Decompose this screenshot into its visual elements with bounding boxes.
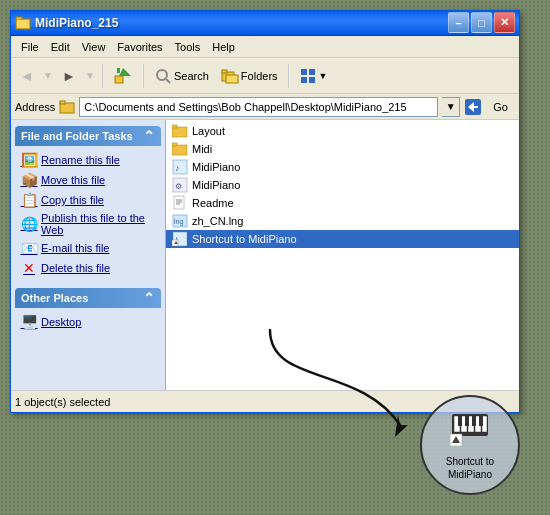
svg-rect-16 bbox=[60, 101, 65, 104]
desktop-icon: 🖥️ bbox=[21, 314, 37, 330]
file-name: zh_CN.lng bbox=[192, 215, 243, 227]
svg-rect-45 bbox=[465, 416, 469, 426]
search-label: Search bbox=[174, 70, 209, 82]
address-input[interactable]: C:\Documents and Settings\Bob Chappell\D… bbox=[79, 97, 438, 117]
task-delete[interactable]: ✕ Delete this file bbox=[17, 258, 159, 278]
up-button[interactable] bbox=[108, 63, 138, 89]
delete-icon: ✕ bbox=[21, 260, 37, 276]
folder-icon bbox=[172, 141, 188, 157]
shortcut-circle: Shortcut toMidiPiano bbox=[420, 395, 520, 495]
text-icon bbox=[172, 195, 188, 211]
svg-text:⚙: ⚙ bbox=[175, 182, 182, 191]
other-header: Other Places ⌃ bbox=[15, 288, 161, 308]
lng-icon: lng bbox=[172, 213, 188, 229]
window-controls: – □ ✕ bbox=[448, 12, 515, 33]
titlebar: MidiPiano_215 – □ ✕ bbox=[11, 10, 519, 36]
place-desktop-label: Desktop bbox=[41, 316, 81, 328]
back-button[interactable]: ◄ bbox=[15, 64, 39, 88]
other-collapse[interactable]: ⌃ bbox=[143, 291, 155, 305]
content-area: File and Folder Tasks ⌃ 🖼️ Rename this f… bbox=[11, 120, 519, 390]
menubar-item-view[interactable]: View bbox=[76, 39, 112, 55]
exe-icon: ♪ bbox=[172, 159, 188, 175]
maximize-button[interactable]: □ bbox=[471, 12, 492, 33]
file-list: Layout Midi ♪ MidiPiano ⚙ MidiPiano bbox=[166, 120, 519, 390]
menubar-item-tools[interactable]: Tools bbox=[169, 39, 207, 55]
folders-button[interactable]: Folders bbox=[216, 64, 283, 88]
svg-rect-1 bbox=[16, 17, 22, 20]
svg-rect-2 bbox=[17, 20, 29, 28]
other-header-label: Other Places bbox=[21, 292, 88, 304]
address-label: Address bbox=[15, 101, 55, 113]
file-name: MidiPiano bbox=[192, 179, 240, 191]
svg-rect-20 bbox=[172, 125, 177, 128]
svg-point-6 bbox=[157, 70, 167, 80]
task-move-label: Move this file bbox=[41, 174, 105, 186]
shortcut-circle-icon bbox=[450, 410, 490, 453]
task-publish-label: Publish this file to the Web bbox=[41, 212, 155, 236]
window-title: MidiPiano_215 bbox=[35, 16, 448, 30]
file-item-lng[interactable]: lng zh_CN.lng bbox=[166, 212, 519, 230]
menubar-item-edit[interactable]: Edit bbox=[45, 39, 76, 55]
tasks-header-label: File and Folder Tasks bbox=[21, 130, 133, 142]
address-dropdown[interactable]: ▼ bbox=[442, 97, 460, 117]
svg-rect-14 bbox=[309, 77, 315, 83]
up-icon bbox=[113, 66, 133, 86]
svg-marker-37 bbox=[395, 415, 408, 437]
svg-rect-22 bbox=[172, 143, 177, 146]
svg-rect-19 bbox=[172, 127, 187, 137]
tasks-collapse[interactable]: ⌃ bbox=[143, 129, 155, 143]
file-item-midipiano-dll[interactable]: ⚙ MidiPiano bbox=[166, 176, 519, 194]
forward-button[interactable]: ► bbox=[57, 64, 81, 88]
search-button[interactable]: Search bbox=[149, 64, 214, 88]
file-item-midipiano-exe[interactable]: ♪ MidiPiano bbox=[166, 158, 519, 176]
task-move[interactable]: 📦 Move this file bbox=[17, 170, 159, 190]
address-path: C:\Documents and Settings\Bob Chappell\D… bbox=[84, 101, 406, 113]
task-rename[interactable]: 🖼️ Rename this file bbox=[17, 150, 159, 170]
shortcut-icon: ♪ bbox=[172, 231, 188, 247]
forward-dropdown[interactable]: ▼ bbox=[83, 64, 97, 88]
explorer-window: MidiPiano_215 – □ ✕ FileEditViewFavorite… bbox=[10, 10, 520, 413]
view-button[interactable]: ▼ bbox=[294, 64, 333, 88]
place-desktop[interactable]: 🖥️ Desktop bbox=[17, 312, 159, 332]
tasks-section: File and Folder Tasks ⌃ 🖼️ Rename this f… bbox=[15, 126, 161, 282]
dll-icon: ⚙ bbox=[172, 177, 188, 193]
task-email[interactable]: 📧 E-mail this file bbox=[17, 238, 159, 258]
go-button[interactable]: Go bbox=[486, 98, 515, 116]
shortcut-circle-label: Shortcut toMidiPiano bbox=[446, 455, 494, 481]
menubar-item-help[interactable]: Help bbox=[206, 39, 241, 55]
menubar-item-file[interactable]: File bbox=[15, 39, 45, 55]
other-content: 🖥️ Desktop bbox=[15, 308, 161, 336]
task-publish[interactable]: 🌐 Publish this file to the Web bbox=[17, 210, 159, 238]
svg-rect-3 bbox=[115, 76, 123, 83]
file-item-readme[interactable]: Readme bbox=[166, 194, 519, 212]
file-name: Layout bbox=[192, 125, 225, 137]
addressbar: Address C:\Documents and Settings\Bob Ch… bbox=[11, 94, 519, 120]
other-places-section: Other Places ⌃ 🖥️ Desktop bbox=[15, 288, 161, 336]
file-item-midi[interactable]: Midi bbox=[166, 140, 519, 158]
task-copy[interactable]: 📋 Copy this file bbox=[17, 190, 159, 210]
close-button[interactable]: ✕ bbox=[494, 12, 515, 33]
file-name: Shortcut to MidiPiano bbox=[192, 233, 297, 245]
view-icon bbox=[299, 67, 317, 85]
address-folder-icon bbox=[59, 99, 75, 115]
address-arrow-icon bbox=[464, 98, 482, 116]
minimize-button[interactable]: – bbox=[448, 12, 469, 33]
svg-rect-46 bbox=[472, 416, 476, 426]
task-delete-label: Delete this file bbox=[41, 262, 110, 274]
toolbar: ◄ ▼ ► ▼ Search Folders bbox=[11, 58, 519, 94]
file-item-shortcut[interactable]: ♪ Shortcut to MidiPiano bbox=[166, 230, 519, 248]
statusbar-text: 1 object(s) selected bbox=[15, 396, 110, 408]
view-dropdown[interactable]: ▼ bbox=[319, 71, 328, 81]
toolbar-separator-2 bbox=[143, 64, 144, 88]
svg-text:♪: ♪ bbox=[175, 163, 180, 173]
task-rename-label: Rename this file bbox=[41, 154, 120, 166]
svg-rect-5 bbox=[117, 68, 120, 73]
folder-icon bbox=[172, 123, 188, 139]
svg-rect-9 bbox=[222, 70, 227, 73]
task-copy-label: Copy this file bbox=[41, 194, 104, 206]
file-item-layout[interactable]: Layout bbox=[166, 122, 519, 140]
copy-icon: 📋 bbox=[21, 192, 37, 208]
menubar-item-favorites[interactable]: Favorites bbox=[111, 39, 168, 55]
back-dropdown[interactable]: ▼ bbox=[41, 64, 55, 88]
task-email-label: E-mail this file bbox=[41, 242, 109, 254]
